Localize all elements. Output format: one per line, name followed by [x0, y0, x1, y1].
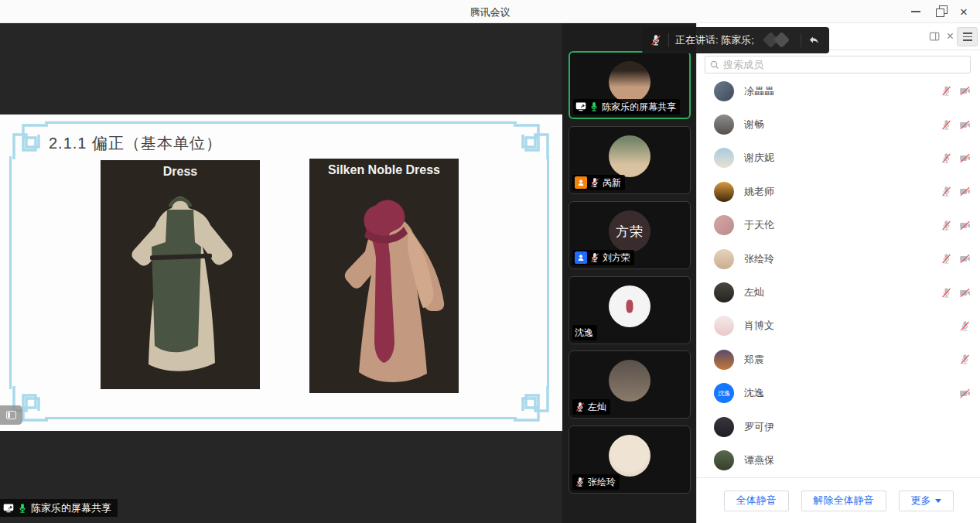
image-caption: Dress: [101, 165, 260, 179]
mic-muted-icon: [650, 34, 662, 46]
mic-muted-icon[interactable]: [941, 85, 952, 97]
member-row[interactable]: 于天伦: [697, 209, 980, 242]
video-tile-screen-share[interactable]: 陈家乐的屏幕共享: [569, 51, 691, 119]
member-row[interactable]: 姚老师: [697, 175, 980, 208]
avatar: [714, 450, 734, 470]
video-tile[interactable]: 呙新: [569, 126, 691, 194]
mic-muted-icon: [589, 252, 600, 263]
video-tile[interactable]: 左灿: [569, 350, 691, 419]
member-search-box: [705, 56, 971, 73]
mic-muted-icon[interactable]: [959, 354, 971, 365]
reply-arrow-icon[interactable]: [808, 34, 820, 46]
participant-name: 沈逸: [575, 326, 593, 340]
mic-muted-icon[interactable]: [941, 152, 952, 164]
video-tile[interactable]: 方荣 刘方荣: [569, 201, 691, 269]
participant-name: 呙新: [603, 176, 621, 190]
mic-muted-icon[interactable]: [941, 119, 952, 131]
avatar: [714, 350, 734, 370]
member-name: 左灿: [744, 285, 941, 299]
avatar: [714, 182, 734, 202]
member-row[interactable]: 罗可伊: [697, 410, 980, 443]
avatar: [714, 115, 734, 135]
member-row[interactable]: 谭燕保: [697, 443, 980, 477]
tile-label: 张绘玲: [572, 474, 620, 490]
mic-muted-icon[interactable]: [941, 220, 952, 231]
camera-muted-icon[interactable]: [959, 220, 971, 231]
screen-share-icon: [575, 101, 586, 112]
mic-on-icon: [589, 101, 599, 112]
slide-decor-frame: [9, 121, 549, 419]
avatar: [609, 360, 650, 402]
camera-muted-icon[interactable]: [959, 388, 971, 399]
mic-muted-icon[interactable]: [941, 186, 952, 197]
dress-illustration: [101, 160, 260, 389]
camera-muted-icon[interactable]: [959, 152, 971, 164]
avatar-figure: [627, 300, 633, 313]
mic-muted-icon: [589, 177, 600, 188]
member-row[interactable]: 郑震: [697, 343, 980, 376]
speaking-label: 正在讲话: 陈家乐;: [675, 33, 754, 47]
member-row[interactable]: 沈逸 沈逸: [697, 377, 980, 410]
dress-illustration: [309, 159, 459, 393]
close-icon: ×: [960, 5, 968, 19]
member-row[interactable]: 谢畅: [697, 108, 980, 141]
window-title: 腾讯会议: [0, 5, 980, 19]
avatar: 方荣: [609, 210, 650, 252]
camera-muted-icon[interactable]: [959, 119, 971, 131]
camera-muted-icon[interactable]: [959, 186, 971, 197]
layout-toggle-handle[interactable]: [0, 405, 22, 425]
member-name: 于天伦: [744, 218, 941, 232]
search-icon: [710, 60, 719, 70]
avatar-text: 沈逸: [714, 383, 734, 403]
member-row[interactable]: 谢庆妮: [697, 142, 980, 175]
close-button[interactable]: ×: [952, 0, 975, 23]
more-button[interactable]: 更多: [899, 491, 954, 511]
tile-label: 刘方荣: [572, 250, 634, 265]
mic-muted-icon[interactable]: [941, 287, 952, 299]
panel-footer: 全体静音 解除全体静音 更多: [697, 477, 980, 523]
avatar: [714, 81, 734, 101]
mic-muted-icon[interactable]: [941, 253, 952, 265]
avatar: [714, 282, 734, 303]
mic-muted-icon[interactable]: [959, 320, 971, 332]
video-thumbnail-strip: 陈家乐的屏幕共享 呙新 方荣 刘方荣: [562, 23, 696, 523]
divider: [801, 33, 801, 47]
search-input[interactable]: [723, 59, 965, 70]
member-row[interactable]: 左灿: [697, 275, 980, 309]
member-badge-icon: [575, 251, 587, 264]
unmute-all-button[interactable]: 解除全体静音: [801, 491, 886, 511]
camera-muted-icon[interactable]: [959, 287, 971, 299]
avatar: [609, 435, 650, 477]
mic-on-icon: [17, 503, 28, 514]
member-name: 谢庆妮: [744, 151, 941, 165]
member-row[interactable]: 肖博文: [697, 309, 980, 343]
member-name: 郑震: [744, 353, 959, 367]
video-tile[interactable]: 张绘玲: [569, 426, 691, 494]
popout-panel-icon[interactable]: [929, 31, 940, 42]
divider: [668, 33, 669, 47]
member-name: 肖博文: [744, 319, 959, 333]
mute-all-button[interactable]: 全体静音: [724, 491, 789, 511]
minimize-button[interactable]: [904, 0, 927, 23]
hamburger-menu-button[interactable]: [957, 27, 978, 46]
camera-muted-icon[interactable]: [959, 85, 971, 97]
member-row[interactable]: 凃畾畾: [697, 74, 980, 108]
dropdown-arrow-icon: [935, 499, 941, 503]
avatar: [714, 249, 734, 269]
participant-name: 陈家乐的屏幕共享: [602, 101, 676, 114]
video-tile[interactable]: 沈逸: [569, 276, 691, 344]
avatar: [714, 215, 734, 235]
member-row[interactable]: 张绘玲: [697, 242, 980, 275]
layout-toggle-icon: [6, 411, 16, 419]
participant-name: 左灿: [588, 401, 606, 414]
shared-slide: 2.1.1 偏正（基本单位） Dress Silke: [0, 115, 562, 431]
screen-share-banner: 陈家乐的屏幕共享: [0, 499, 118, 517]
tile-label: 呙新: [572, 175, 625, 190]
screen-share-icon: [3, 503, 14, 514]
restore-button[interactable]: [929, 0, 952, 23]
member-name: 张绘玲: [744, 252, 941, 266]
member-name: 谭燕保: [744, 453, 971, 467]
panel-close-icon[interactable]: ×: [947, 30, 954, 43]
dress-image-noble: Silken Noble Dress: [309, 159, 459, 393]
camera-muted-icon[interactable]: [959, 253, 971, 265]
